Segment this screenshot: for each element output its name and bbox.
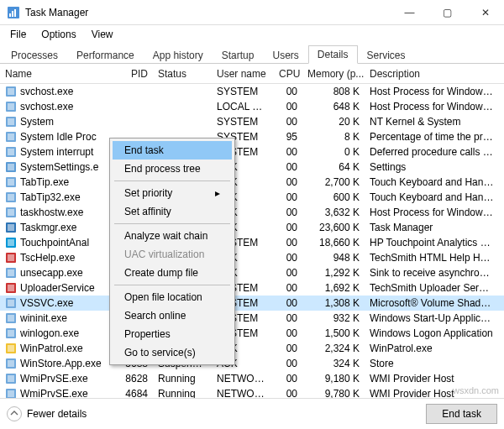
ctx-go-to-service-s-[interactable]: Go to service(s) [113, 343, 232, 362]
cell-name: TouchpointAnal [0, 237, 113, 249]
table-row[interactable]: TouchpointAnalSYSTEM0018,660 KHP Touchpo… [0, 235, 504, 250]
cell-pid: 8628 [113, 373, 153, 385]
cell-user: LOCAL SE... [212, 101, 274, 112]
ctx-set-affinity[interactable]: Set affinity [113, 202, 232, 221]
cell-description: HP Touchpoint Analytics Client Service [365, 237, 499, 249]
table-row[interactable]: WmiPrvSE.exe8628RunningNETWORK...009,180… [0, 371, 504, 386]
cell-name: SystemSettings.e [0, 161, 113, 173]
cell-memory: 324 K [302, 358, 365, 369]
table-row[interactable]: Taskmgr.exeACK0023,600 KTask Manager [0, 220, 504, 235]
svg-rect-45 [8, 390, 14, 397]
menu-view[interactable]: View [85, 27, 120, 42]
svg-rect-13 [8, 149, 14, 155]
ctx-properties[interactable]: Properties [113, 325, 232, 343]
table-row[interactable]: TabTip.exeACK002,700 KTouch Keyboard and… [0, 175, 504, 190]
col-name[interactable]: Name [0, 68, 113, 80]
tab-performance[interactable]: Performance [67, 46, 144, 64]
tab-strip: ProcessesPerformanceApp historyStartupUs… [0, 44, 504, 64]
window-title: Task Manager [25, 7, 88, 18]
title-bar: Task Manager — ▢ ✕ [0, 0, 504, 25]
table-row[interactable]: taskhostw.exeACK003,632 KHost Process fo… [0, 205, 504, 220]
cell-memory: 64 K [302, 161, 365, 173]
maximize-button[interactable]: ▢ [428, 0, 466, 25]
cell-name: Taskmgr.exe [0, 222, 113, 233]
cell-name: VSSVC.exe [0, 297, 113, 309]
cell-memory: 20 K [302, 116, 365, 128]
ctx-end-task[interactable]: End task [113, 141, 232, 160]
table-row[interactable]: WinStore.App.exe5688SuspendedACK00324 KS… [0, 356, 504, 371]
table-row[interactable]: svchost.exeLOCAL SE...00648 KHost Proces… [0, 99, 504, 114]
cell-memory: 948 K [302, 252, 365, 264]
cell-memory: 0 K [302, 146, 365, 158]
fewer-details-label: Fewer details [27, 408, 87, 420]
tab-startup[interactable]: Startup [213, 46, 264, 64]
table-row[interactable]: SystemSYSTEM0020 KNT Kernel & System [0, 114, 504, 129]
cell-name: WmiPrvSE.exe [0, 388, 113, 398]
cell-description: Settings [365, 161, 499, 173]
svg-rect-29 [8, 269, 14, 276]
table-row[interactable]: VSSVC.exe2436RunningSYSTEM001,308 KMicro… [0, 296, 504, 311]
cell-description: TechSmith Uploader Service [365, 282, 499, 294]
cell-cpu: 00 [274, 237, 302, 249]
col-memory[interactable]: Memory (p... [302, 68, 365, 80]
ctx-open-file-location[interactable]: Open file location [113, 288, 232, 306]
cell-description: Host Process for Windows Services [365, 86, 499, 97]
cell-cpu: 00 [274, 327, 302, 339]
cell-name: svchost.exe [0, 86, 113, 97]
table-row[interactable]: System Idle ProcSYSTEM958 KPercentage of… [0, 129, 504, 144]
ctx-search-online[interactable]: Search online [113, 306, 232, 325]
separator [114, 285, 230, 285]
table-row[interactable]: TscHelp.exeACK00948 KTechSmith HTML Help… [0, 250, 504, 265]
cell-name: System interrupt [0, 146, 113, 158]
tab-processes[interactable]: Processes [2, 46, 67, 64]
col-user[interactable]: User name [212, 68, 274, 80]
cell-memory: 2,324 K [302, 343, 365, 354]
cell-memory: 2,700 K [302, 176, 365, 188]
cell-memory: 3,632 K [302, 207, 365, 218]
cell-description: Sink to receive asynchronous callback... [365, 267, 499, 279]
svg-rect-21 [8, 209, 14, 216]
table-row[interactable]: TabTip32.exeACK00600 KTouch Keyboard and… [0, 190, 504, 205]
menu-file[interactable]: File [3, 27, 33, 42]
col-description[interactable]: Description [365, 68, 499, 80]
cell-description: Windows Logon Application [365, 327, 499, 339]
tab-app-history[interactable]: App history [144, 46, 213, 64]
cell-memory: 9,780 K [302, 388, 365, 398]
minimize-button[interactable]: — [391, 0, 428, 25]
table-row[interactable]: WinPatrol.exe8456RunningACK002,324 KWinP… [0, 341, 504, 356]
table-row[interactable]: winlogon.exe844RunningSYSTEM001,500 KWin… [0, 326, 504, 341]
table-row[interactable]: wininit.exe996RunningSYSTEM00932 KWindow… [0, 311, 504, 326]
cell-name: unsecapp.exe [0, 267, 113, 279]
tab-services[interactable]: Services [358, 46, 415, 64]
tab-details[interactable]: Details [308, 45, 358, 64]
ctx-create-dump-file[interactable]: Create dump file [113, 264, 232, 282]
col-pid[interactable]: PID [113, 68, 153, 80]
cell-description: NT Kernel & System [365, 116, 499, 128]
table-row[interactable]: WmiPrvSE.exe4684RunningNETWORK...009,780… [0, 386, 504, 398]
cell-description: Task Manager [365, 222, 499, 233]
table-row[interactable]: SystemSettings.eACK0064 KSettings [0, 160, 504, 175]
end-task-button[interactable]: End task [426, 404, 497, 424]
close-button[interactable]: ✕ [466, 0, 504, 25]
col-status[interactable]: Status [153, 68, 212, 80]
table-row[interactable]: svchost.exeSYSTEM00808 KHost Process for… [0, 84, 504, 99]
svg-rect-31 [8, 285, 14, 291]
table-row[interactable]: unsecapp.exeACK001,292 KSink to receive … [0, 265, 504, 280]
table-row[interactable]: UploaderServiceSYSTEM001,692 KTechSmith … [0, 280, 504, 296]
col-cpu[interactable]: CPU [274, 68, 302, 80]
context-menu: End taskEnd process treeSet priority▸Set… [109, 138, 235, 365]
ctx-set-priority[interactable]: Set priority▸ [113, 184, 232, 202]
cell-memory: 808 K [302, 86, 365, 97]
separator [114, 180, 230, 181]
tab-users[interactable]: Users [263, 46, 307, 64]
svg-rect-11 [8, 133, 14, 140]
ctx-analyze-wait-chain[interactable]: Analyze wait chain [113, 227, 232, 245]
cell-cpu: 00 [274, 297, 302, 309]
cell-memory: 1,308 K [302, 297, 365, 309]
table-row[interactable]: System interruptSYSTEM000 KDeferred proc… [0, 144, 504, 160]
fewer-details-button[interactable]: Fewer details [7, 406, 87, 421]
ctx-end-process-tree[interactable]: End process tree [113, 160, 232, 178]
menu-bar: FileOptionsView [0, 25, 504, 44]
menu-options[interactable]: Options [34, 27, 82, 42]
svg-rect-25 [8, 239, 14, 246]
